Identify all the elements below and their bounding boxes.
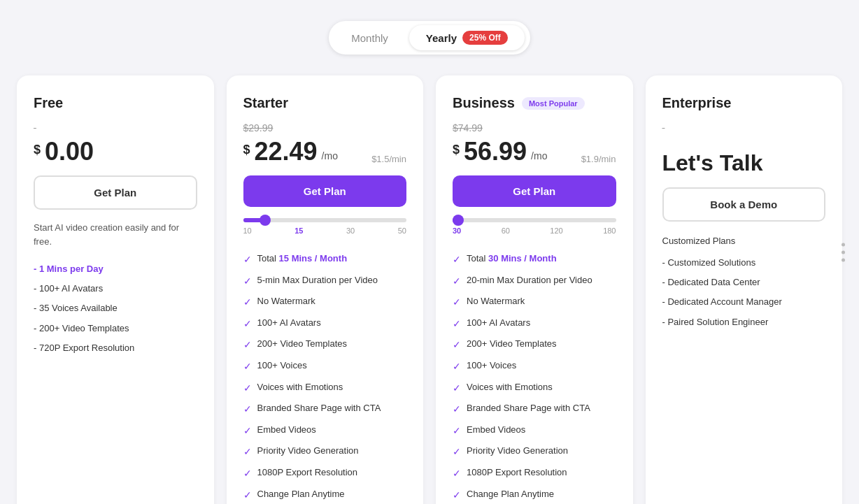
list-item: ✓Embed Videos [243,420,407,442]
total-label: Total [467,253,488,264]
check-icon: ✓ [243,467,252,481]
business-original-price: $74.99 [453,122,616,136]
check-icon: ✓ [453,382,461,396]
list-item: ✓100+ AI Avatars [243,313,407,335]
feature-text: Embed Videos [467,424,525,436]
enterprise-original-price [662,122,826,136]
business-dollar: $ [453,139,460,156]
feature-text: 100+ Voices [467,359,516,372]
feature-text: Voices with Emotions [467,381,553,394]
monthly-option[interactable]: Monthly [334,27,405,50]
business-name-row: Business Most Popular [453,95,616,111]
free-original-price [34,122,197,136]
slider-label-120: 120 [550,226,562,235]
customized-plans-label: Customized Plans [662,236,826,246]
plan-card-free: Free $ 0.00 Get Plan Start AI video crea… [17,75,214,504]
feature-text: 100+ AI Avatars [467,317,530,329]
dot-2 [842,250,845,254]
free-price-main: 0.00 [45,139,94,164]
check-icon: ✓ [243,424,252,438]
list-item: ✓1080P Export Resolution [243,463,407,484]
slider-label-50: 50 [398,226,406,235]
check-icon: ✓ [453,445,461,459]
free-description: Start AI video creation easily and for f… [34,221,197,248]
free-price-row: $ 0.00 [34,139,197,164]
starter-slider[interactable]: 10 15 30 50 [243,218,407,235]
slider-label-15: 15 [294,226,303,235]
feature-text: Change Plan Anytime [257,488,345,501]
slider-label-30: 30 [346,226,355,235]
list-item: ✓100+ AI Avatars [453,313,616,335]
enterprise-features-list: - Customized Solutions - Dedicated Data … [662,253,826,332]
list-item: - Dedicated Data Center [662,273,826,292]
list-item: ✓Voices with Emotions [453,377,616,399]
dots-menu[interactable] [842,243,845,261]
check-icon: ✓ [453,275,461,289]
feature-text: Voices with Emotions [257,381,343,394]
check-icon: ✓ [453,489,461,503]
list-item: ✓Branded Share Page with CTA [243,398,407,420]
starter-slider-thumb [260,215,271,226]
list-item: - 35 Voices Available [34,298,197,318]
business-get-plan-button[interactable]: Get Plan [453,175,616,207]
total-highlight: 15 Mins / Month [279,253,348,264]
plans-grid: Free $ 0.00 Get Plan Start AI video crea… [17,75,842,504]
list-item: ✓Embed Videos [453,420,616,442]
slider-label-10: 10 [243,226,252,235]
business-slider-thumb [453,215,464,226]
feature-text: 5-min Max Duration per Video [257,274,378,287]
feature-text: Branded Share Page with CTA [467,402,590,415]
starter-per-min: $1.5/min [371,154,406,164]
feature-text: No Watermark [257,295,315,308]
feature-text: Total 30 Mins / Month [467,252,557,265]
starter-get-plan-button[interactable]: Get Plan [243,175,407,207]
list-item: ✓1080P Export Resolution [453,463,616,484]
plan-card-starter: Starter $29.99 $ 22.49 /mo $1.5/min Get … [227,75,424,504]
free-get-plan-button[interactable]: Get Plan [34,175,197,210]
total-highlight: 30 Mins / Month [488,253,557,264]
check-icon: ✓ [243,360,252,374]
check-icon: ✓ [243,296,252,310]
feature-text: No Watermark [467,295,525,308]
lets-talk-text: Let's Talk [662,150,826,176]
starter-original-price: $29.99 [243,122,407,136]
check-icon: ✓ [453,467,461,481]
dot-1 [842,243,845,246]
starter-slider-track [243,218,407,222]
list-item: ✓Change Plan Anytime [453,484,616,504]
list-item: ✓Priority Video Generation [243,441,407,463]
check-icon: ✓ [453,424,461,438]
dot-3 [842,258,845,261]
enterprise-plan-name: Enterprise [662,95,826,111]
feature-text: - 35 Voices Available [34,302,118,315]
list-item: ✓No Watermark [453,291,616,313]
free-plan-name: Free [34,95,197,111]
list-item: ✓Change Plan Anytime [243,484,407,504]
list-item: ✓Priority Video Generation [453,441,616,463]
yearly-option[interactable]: Yearly 25% Off [409,25,525,50]
enterprise-book-demo-button[interactable]: Book a Demo [662,187,826,222]
list-item: - 1 Mins per Day [34,259,197,279]
toggle-pill: Monthly Yearly 25% Off [329,21,530,55]
business-slider-track [453,218,616,222]
free-dollar: $ [34,139,41,156]
business-features-list: ✓ Total 30 Mins / Month ✓20-min Max Dura… [453,249,616,504]
feature-text: - 200+ Video Templates [34,322,129,335]
check-icon: ✓ [453,317,461,331]
list-item: ✓No Watermark [243,291,407,313]
check-icon: ✓ [243,445,252,459]
business-slider[interactable]: 30 60 120 180 [453,218,616,235]
starter-slider-labels: 10 15 30 50 [243,226,407,235]
billing-toggle: Monthly Yearly 25% Off [14,21,845,55]
feature-text: - 100+ AI Avatars [34,282,103,295]
list-item: ✓200+ Video Templates [243,334,407,356]
list-item: - Customized Solutions [662,253,826,273]
feature-text: Total 15 Mins / Month [257,252,348,265]
check-icon: ✓ [453,338,461,352]
feature-text: 20-min Max Duration per Video [467,274,592,287]
feature-text: - 720P Export Resolution [34,342,134,354]
feature-text: 200+ Video Templates [467,338,557,350]
plan-card-business: Business Most Popular $74.99 $ 56.99 /mo… [436,75,633,504]
list-item: ✓200+ Video Templates [453,334,616,356]
discount-badge: 25% Off [462,31,508,45]
